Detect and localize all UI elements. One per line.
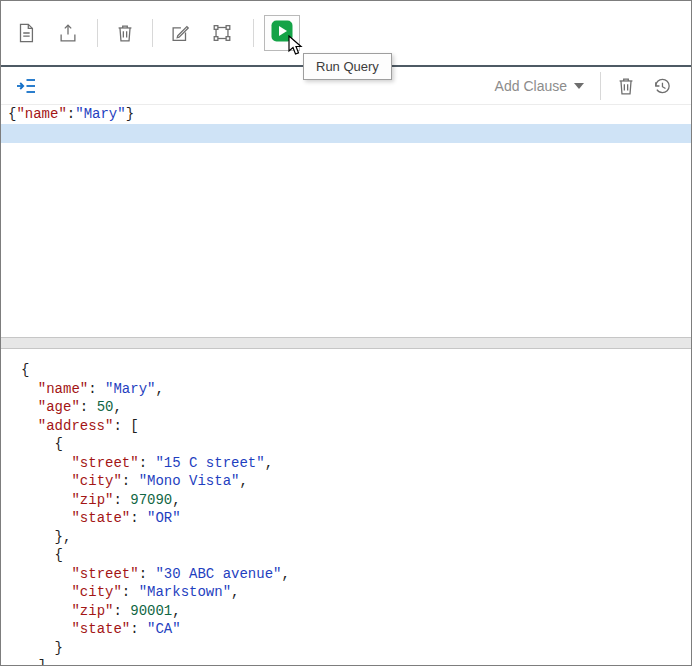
- code-line: {: [21, 546, 691, 565]
- results-panel: { "name": "Mary", "age": 50, "address": …: [1, 349, 691, 665]
- code-line: "name": "Mary",: [21, 380, 691, 399]
- query-tool-window: Run Query Add Clause: [0, 0, 692, 666]
- code-line: "age": 50,: [21, 398, 691, 417]
- code-line: "street": "15 C street",: [21, 454, 691, 473]
- new-document-button[interactable]: [15, 22, 37, 44]
- code-line: "address": [: [21, 417, 691, 436]
- export-button[interactable]: [57, 22, 79, 44]
- toolbar-divider: [97, 19, 98, 47]
- run-query-tooltip: Run Query: [303, 53, 392, 80]
- code-line: "zip": 90001,: [21, 602, 691, 621]
- new-document-icon: [15, 22, 37, 44]
- edit-button[interactable]: [169, 22, 191, 44]
- toolbar-divider: [253, 19, 254, 47]
- code-line: {"name":"Mary"}: [1, 105, 691, 124]
- code-line: "street": "30 ABC avenue",: [21, 565, 691, 584]
- toolbar-divider: [152, 19, 153, 47]
- clear-query-button[interactable]: [615, 75, 637, 97]
- add-clause-dropdown[interactable]: Add Clause: [495, 78, 584, 94]
- code-line: {: [21, 361, 691, 380]
- history-icon: [651, 75, 673, 97]
- mouse-cursor: [288, 35, 303, 60]
- code-line: }: [21, 639, 691, 658]
- code-line: "city": "Mono Vista",: [21, 472, 691, 491]
- query-text: {"name":"Mary"}: [1, 105, 691, 124]
- result-json: { "name": "Mary", "age": 50, "address": …: [21, 361, 691, 665]
- export-icon: [57, 22, 79, 44]
- format-query-button[interactable]: [15, 75, 37, 97]
- trash-icon: [615, 75, 637, 97]
- panel-splitter[interactable]: [1, 337, 691, 349]
- code-line: ]: [21, 657, 691, 665]
- select-region-button[interactable]: [211, 22, 233, 44]
- select-region-icon: [211, 22, 233, 44]
- chevron-down-icon: [574, 83, 584, 89]
- code-line: "city": "Markstown",: [21, 583, 691, 602]
- trash-icon: [114, 22, 136, 44]
- delete-button[interactable]: [114, 22, 136, 44]
- toolbar-divider: [600, 72, 601, 100]
- code-line: },: [21, 528, 691, 547]
- code-line: "state": "OR": [21, 509, 691, 528]
- query-editor[interactable]: {"name":"Mary"}: [1, 105, 691, 337]
- code-line: "zip": 97090,: [21, 491, 691, 510]
- add-clause-label: Add Clause: [495, 78, 567, 94]
- code-line: "state": "CA": [21, 620, 691, 639]
- code-line: {: [21, 435, 691, 454]
- editor-cursor-line: [1, 124, 691, 143]
- format-indent-icon: [14, 74, 38, 98]
- query-history-button[interactable]: [651, 75, 673, 97]
- edit-icon: [169, 22, 191, 44]
